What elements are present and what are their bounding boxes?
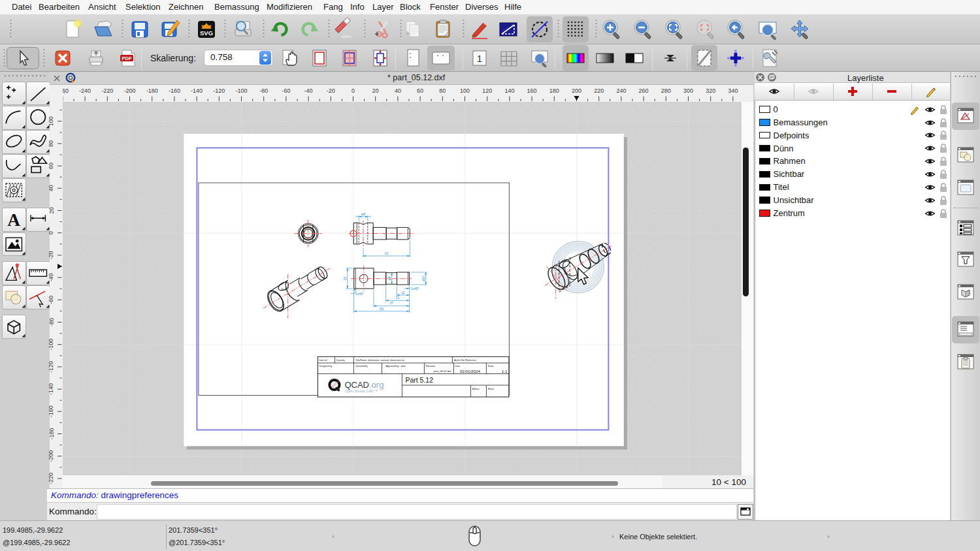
svg-text:Part 5.12: Part 5.12 <box>405 376 433 384</box>
svg-text:180: 180 <box>549 87 559 94</box>
svg-text:59: 59 <box>380 306 384 310</box>
svg-text:-40: -40 <box>48 274 55 282</box>
svg-text:340: 340 <box>728 87 738 94</box>
svg-text:ø8: ø8 <box>387 276 391 280</box>
svg-text:-140: -140 <box>191 87 203 94</box>
svg-text:-240: -240 <box>79 87 91 94</box>
svg-text:20: 20 <box>48 207 55 213</box>
svg-text:-140: -140 <box>48 383 55 395</box>
svg-text:Article No./Reference: Article No./Reference <box>453 358 476 361</box>
svg-text:Date: Date <box>455 365 460 368</box>
svg-text:11: 11 <box>401 290 404 294</box>
svg-text:60: 60 <box>417 87 423 94</box>
svg-text:260: 260 <box>639 87 649 94</box>
svg-text:1:1: 1:1 <box>501 368 507 373</box>
svg-text:01/01/2024: 01/01/2024 <box>460 368 481 373</box>
svg-text:-180: -180 <box>48 428 55 439</box>
svg-text:-20: -20 <box>327 87 335 94</box>
svg-text:Quantity: Quantity <box>336 358 345 361</box>
svg-text:100: 100 <box>460 87 470 94</box>
svg-text:part_05.12.dxf: part_05.12.dxf <box>433 370 451 373</box>
svg-text:ø10: ø10 <box>421 275 425 281</box>
svg-text:1x45°: 1x45° <box>410 286 419 290</box>
svg-text:61: 61 <box>385 251 389 255</box>
svg-text:Designed by: Designed by <box>319 365 332 368</box>
svg-text:40: 40 <box>395 87 401 94</box>
svg-text:Filename: Filename <box>425 365 435 368</box>
svg-text:80: 80 <box>439 87 446 94</box>
svg-text:-200: -200 <box>123 87 135 94</box>
svg-text:140: 140 <box>504 87 514 94</box>
svg-text:Item ref: Item ref <box>319 358 327 361</box>
svg-text:-120: -120 <box>213 87 225 94</box>
svg-text:1x45°: 1x45° <box>355 291 364 295</box>
svg-text:280: 280 <box>661 87 671 94</box>
svg-text:Title/Name, destination, mater: Title/Name, destination, material, dimen… <box>355 358 404 361</box>
svg-text:-160: -160 <box>48 405 55 417</box>
svg-text:Open Source CAD ™: Open Source CAD ™ <box>345 388 378 392</box>
svg-text:37: 37 <box>389 301 393 305</box>
svg-text:-60: -60 <box>48 296 55 304</box>
svg-text:-20: -20 <box>48 251 55 259</box>
svg-text:-100: -100 <box>235 87 247 94</box>
svg-text:-100: -100 <box>48 339 55 351</box>
svg-text:Checked by: Checked by <box>355 365 367 368</box>
svg-text:20: 20 <box>372 87 379 94</box>
svg-text:300: 300 <box>683 87 693 94</box>
svg-text:-120: -120 <box>48 361 55 373</box>
svg-text:120: 120 <box>482 87 492 94</box>
svg-text:0: 0 <box>351 87 355 94</box>
svg-text:100: 100 <box>48 116 55 126</box>
svg-text:240: 240 <box>616 87 626 94</box>
svg-text:60: 60 <box>48 163 55 169</box>
svg-text:18: 18 <box>342 276 346 280</box>
svg-text:40: 40 <box>48 185 55 191</box>
svg-text:21: 21 <box>395 296 399 300</box>
svg-text:Scale: Scale <box>487 365 493 368</box>
svg-text:-80: -80 <box>48 318 55 326</box>
svg-text:Sheet: Sheet <box>487 388 493 390</box>
svg-text:160: 160 <box>527 87 537 94</box>
svg-text:Approved by - date: Approved by - date <box>385 365 405 368</box>
svg-text:220: 220 <box>594 87 604 94</box>
svg-text:-40: -40 <box>304 87 313 94</box>
svg-text:-220: -220 <box>48 473 55 484</box>
svg-text:320: 320 <box>706 87 715 94</box>
svg-text:-160: -160 <box>169 87 180 94</box>
svg-text:200: 200 <box>572 87 581 94</box>
svg-text:-220: -220 <box>101 87 113 94</box>
svg-text:-200: -200 <box>48 450 55 462</box>
svg-text:ø8: ø8 <box>361 212 365 215</box>
svg-text:-60: -60 <box>282 87 290 94</box>
svg-text:0: 0 <box>48 231 55 234</box>
svg-text:-80: -80 <box>259 87 268 94</box>
svg-text:Edition: Edition <box>472 388 479 390</box>
svg-text:80: 80 <box>48 140 55 147</box>
svg-text:-180: -180 <box>146 87 158 94</box>
